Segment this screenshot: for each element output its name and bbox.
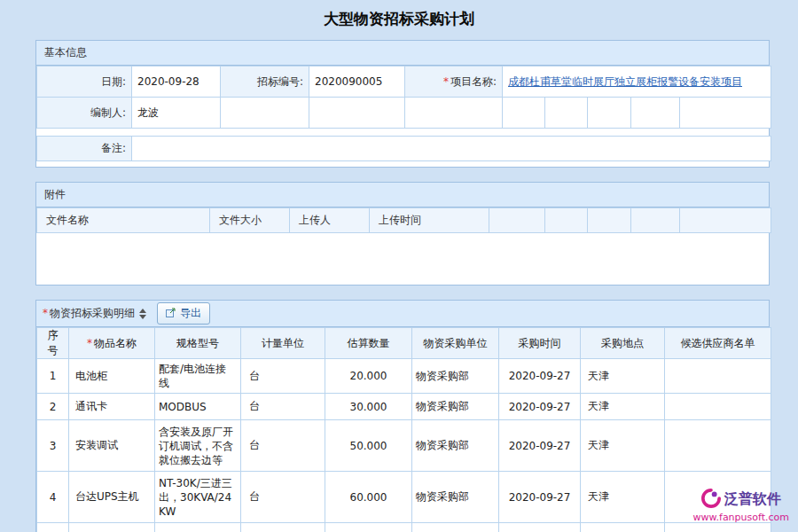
detail-section-title-text: 物资招标采购明细 [50,307,135,319]
table-row: 2 通讯卡 MODBUS 台 30.000 物资采购部 2020-09-27 天… [37,394,771,420]
table-row: 3 安装调试 含安装及原厂开订机调试，不含就位搬去边等 台 50.000 物资采… [37,420,771,472]
bid-no-label: 招标编号: [221,66,309,98]
empty-cell [545,208,588,233]
compiler-value: 龙波 [132,98,221,129]
attachments-empty-area [36,233,769,285]
required-mark: * [43,307,48,319]
empty-cell [489,208,545,233]
cell-unit: 台 [241,523,325,532]
sort-down-icon [139,315,146,319]
empty-cell [405,98,503,129]
empty-cell [680,208,771,233]
detail-header-suppliers: 候选供应商名单 [665,328,771,359]
cell-date: 2020-09-27 [499,420,581,472]
table-row: 5 蓄电池 12V/100AH 台 90.000 物资采购部 2020-09-2… [37,523,771,532]
export-button[interactable]: 导出 [157,302,210,325]
cell-date: 2020-09-27 [499,472,581,523]
empty-cell [631,208,680,233]
attachments-table: 文件名称 文件大小 上传人 上传时间 [36,207,771,233]
basic-info-table: 日期: 2020-09-28 招标编号: 2020090005 *项目名称: 成… [36,66,771,129]
cell-unit: 台 [241,472,325,523]
attachments-header-file-size: 文件大小 [210,208,290,233]
cell-dept: 物资采购部 [412,394,499,420]
attachments-header-file-name: 文件名称 [37,208,210,233]
cell-no: 2 [37,394,69,420]
cell-dept: 物资采购部 [412,472,499,523]
detail-header-spec: 规格型号 [155,328,241,359]
empty-cell [680,98,771,129]
empty-cell [588,98,631,129]
cell-qty: 90.000 [325,523,412,532]
empty-cell [309,98,405,129]
table-row: 1 电池柜 配套/电池连接线 台 20.000 物资采购部 2020-09-27… [37,359,771,394]
date-label: 日期: [37,66,132,98]
cell-suppliers [665,394,771,420]
project-name-link[interactable]: 成都杜甫草堂临时展厅独立展柜报警设备安装项目 [508,75,742,88]
brand-url: www.fanpusoft.com [693,512,789,523]
cell-qty: 30.000 [325,394,412,420]
cell-qty: 60.000 [325,472,412,523]
cell-suppliers [665,523,771,532]
required-mark: * [443,75,449,88]
cell-spec: NT-30K/三进三出，30KVA/24KW [155,472,241,523]
remark-table: 备注: [36,136,771,161]
page-title: 大型物资招标采购计划 [0,0,798,40]
detail-header-item-name: *物品名称 [69,328,155,359]
empty-cell [545,98,588,129]
bid-no-value: 2020090005 [309,66,405,98]
project-name-cell: 成都杜甫草堂临时展厅独立展柜报警设备安装项目 [503,66,771,98]
detail-header-qty: 估算数量 [325,328,412,359]
attachments-panel: 附件 文件名称 文件大小 上传人 上传时间 [35,182,770,286]
detail-section-bar: *物资招标采购明细 导出 [36,301,769,327]
cell-spec: 12V/100AH [155,523,241,532]
cell-place: 天津 [581,523,665,532]
detail-header-no: 序号 [37,328,69,359]
detail-header-unit: 计量单位 [241,328,325,359]
detail-header-row: 序号 *物品名称 规格型号 计量单位 估算数量 物资采购单位 采购时间 采购地点… [37,328,771,359]
cell-no: 5 [37,523,69,532]
cell-suppliers [665,359,771,394]
cell-item-name: 台达UPS主机 [69,472,155,523]
cell-unit: 台 [241,394,325,420]
cell-place: 天津 [581,472,665,523]
remark-value [132,137,771,161]
date-value: 2020-09-28 [132,66,221,98]
detail-header-item-name-text: 物品名称 [94,337,137,349]
cell-spec: MODBUS [155,394,241,420]
cell-no: 3 [37,420,69,472]
cell-unit: 台 [241,359,325,394]
detail-table: 序号 *物品名称 规格型号 计量单位 估算数量 物资采购单位 采购时间 采购地点… [36,327,771,532]
project-name-label: *项目名称: [405,66,503,98]
cell-unit: 台 [241,420,325,472]
cell-date: 2020-09-27 [499,523,581,532]
sort-icon[interactable] [139,309,146,319]
basic-info-section-title: 基本信息 [36,41,769,66]
cell-place: 天津 [581,394,665,420]
brand-text: 泛普软件 [724,490,781,509]
export-icon [166,308,176,320]
attachments-header-row: 文件名称 文件大小 上传人 上传时间 [37,208,771,233]
basic-info-panel: 基本信息 日期: 2020-09-28 招标编号: 2020090005 *项目… [35,40,770,168]
basic-info-row-2: 编制人: 龙波 [37,98,771,129]
export-label: 导出 [180,306,201,321]
detail-header-place: 采购地点 [581,328,665,359]
table-row: 4 台达UPS主机 NT-30K/三进三出，30KVA/24KW 台 60.00… [37,472,771,523]
cell-item-name: 通讯卡 [69,394,155,420]
empty-cell [503,98,545,129]
empty-cell [588,208,631,233]
cell-item-name: 电池柜 [69,359,155,394]
cell-date: 2020-09-27 [499,359,581,394]
cell-place: 天津 [581,420,665,472]
cell-item-name: 蓄电池 [69,523,155,532]
compiler-label: 编制人: [37,98,132,129]
basic-info-row-1: 日期: 2020-09-28 招标编号: 2020090005 *项目名称: 成… [37,66,771,98]
required-mark: * [87,337,92,349]
cell-suppliers [665,420,771,472]
cell-no: 4 [37,472,69,523]
project-name-label-text: 项目名称: [450,75,497,88]
fanpu-logo-icon [701,489,721,511]
cell-qty: 20.000 [325,359,412,394]
empty-cell [221,98,309,129]
remark-row: 备注: [37,137,771,161]
cell-no: 1 [37,359,69,394]
